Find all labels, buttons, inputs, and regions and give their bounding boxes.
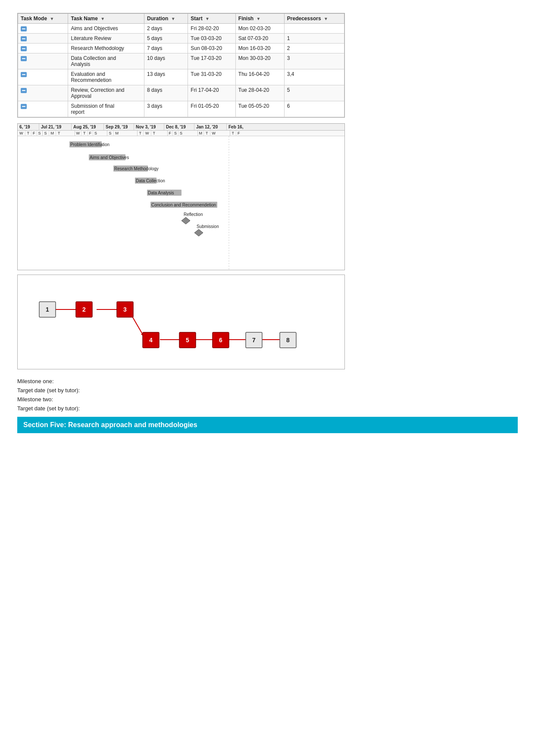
col-header-task-mode[interactable]: Task Mode ▼: [18, 14, 68, 24]
svg-marker-12: [181, 217, 190, 224]
finish-cell: Tue 28-04-20: [235, 85, 284, 101]
finish-cell: Sat 07-03-20: [235, 34, 284, 44]
timeline-section-6: Dec 8, '19: [164, 124, 194, 130]
svg-text:5: 5: [186, 337, 189, 344]
task-mode-cell: [18, 85, 68, 101]
day-f6: F: [168, 131, 173, 136]
day-group-5: T W T: [138, 131, 168, 136]
finish-cell: Thu 16-04-20: [235, 69, 284, 85]
svg-text:7: 7: [252, 337, 256, 344]
finish-cell: Tue 05-05-20: [235, 101, 284, 117]
svg-marker-14: [194, 229, 203, 236]
svg-text:Research Methodology: Research Methodology: [114, 166, 159, 171]
svg-line-21: [132, 316, 143, 334]
duration-cell: 3 days: [144, 101, 188, 117]
gantt-chart: 6, '19 Jul 21, '19 Aug 25, '19 Sep 29, '…: [17, 123, 345, 270]
duration-cell: 7 days: [144, 44, 188, 53]
task-mode-cell: [18, 34, 68, 44]
table-row: Research Methodology7 daysSun 08-03-20Mo…: [18, 44, 344, 53]
col-header-duration[interactable]: Duration ▼: [144, 14, 188, 24]
gantt-bars-area: Problem Identifiation Aims and Objective…: [18, 136, 344, 270]
svg-text:3: 3: [123, 306, 127, 313]
predecessors-cell: [284, 24, 344, 34]
day-t1: T: [25, 131, 32, 136]
svg-text:Problem Identifiation: Problem Identifiation: [70, 142, 110, 147]
task-mode-sort-arrow: ▼: [50, 16, 54, 21]
day-group-8: T F: [230, 131, 256, 136]
table-row: Data Collection and Analysis10 daysTue 1…: [18, 53, 344, 69]
start-cell: Fri 01-05-20: [188, 101, 235, 117]
target-date-two-label: Target date (set by tutor):: [17, 405, 518, 412]
day-s6a: S: [173, 131, 178, 136]
timeline-header: 6, '19 Jul 21, '19 Aug 25, '19 Sep 29, '…: [18, 124, 344, 131]
predecessors-cell: 1: [284, 34, 344, 44]
task-mode-cell: [18, 44, 68, 53]
task-name-cell: Review, Correction and Approval: [68, 85, 144, 101]
finish-cell: Mon 02-03-20: [235, 24, 284, 34]
start-cell: Fri 17-04-20: [188, 85, 235, 101]
task-mode-cell: [18, 69, 68, 85]
milestone-two-label: Milestone two:: [17, 396, 518, 403]
day-s6b: S: [178, 131, 184, 136]
day-s1: S: [37, 131, 42, 136]
svg-text:2: 2: [82, 306, 86, 313]
task-name-cell: Evaluation and Recommendetion: [68, 69, 144, 85]
day-s2: S: [43, 131, 49, 136]
task-name-cell: Data Collection and Analysis: [68, 53, 144, 69]
start-cell: Fri 28-02-20: [188, 24, 235, 34]
section-five-title: Section Five: Research approach and meth…: [23, 421, 197, 428]
day-s3: S: [93, 131, 98, 136]
section-five-banner: Section Five: Research approach and meth…: [17, 417, 518, 433]
col-header-task-name[interactable]: Task Name ▼: [68, 14, 144, 24]
timeline-section-4: Sep 29, '19: [104, 124, 134, 130]
task-name-cell: Submission of final report: [68, 101, 144, 117]
table-row: Submission of final report3 daysFri 01-0…: [18, 101, 344, 117]
day-group-7: M T W: [198, 131, 230, 136]
day-t2: T: [56, 131, 62, 136]
timeline-section-3: Aug 25, '19: [72, 124, 104, 130]
task-mode-cell: [18, 24, 68, 34]
timeline-section-5: Nov 3, '19: [134, 124, 164, 130]
start-sort-arrow: ▼: [205, 16, 210, 21]
day-group-2: S M T: [43, 131, 75, 136]
col-header-finish[interactable]: Finish ▼: [235, 14, 284, 24]
duration-cell: 13 days: [144, 69, 188, 85]
col-header-predecessors[interactable]: Predecessors ▼: [284, 14, 344, 24]
predecessors-cell: 2: [284, 44, 344, 53]
day-f1: F: [31, 131, 37, 136]
day-row: W T F S S M T W T F S S M T W: [18, 131, 344, 136]
start-cell: Tue 17-03-20: [188, 53, 235, 69]
day-m1: M: [49, 131, 56, 136]
finish-cell: Mon 16-03-20: [235, 44, 284, 53]
day-w3: W: [75, 131, 82, 136]
day-m4: M: [114, 131, 121, 136]
svg-text:Data Collection: Data Collection: [136, 178, 165, 183]
day-w7: W: [210, 131, 218, 136]
task-name-cell: Literature Review: [68, 34, 144, 44]
svg-text:Conclusion and Recommendetion: Conclusion and Recommendetion: [151, 203, 216, 207]
day-group-4: S M: [107, 131, 138, 136]
day-w: W: [18, 131, 25, 136]
duration-cell: 2 days: [144, 24, 188, 34]
duration-cell: 8 days: [144, 85, 188, 101]
timeline-section-7: Jan 12, '20: [194, 124, 227, 130]
svg-text:Submission: Submission: [197, 224, 219, 229]
svg-text:6: 6: [219, 337, 222, 344]
col-header-start[interactable]: Start ▼: [188, 14, 235, 24]
duration-sort-arrow: ▼: [171, 16, 175, 21]
start-cell: Tue 03-03-20: [188, 34, 235, 44]
timeline-section-8: Feb 16,: [227, 124, 253, 130]
svg-text:8: 8: [286, 337, 290, 344]
day-t3: T: [81, 131, 88, 136]
svg-text:Data Analysis: Data Analysis: [148, 191, 174, 195]
svg-text:Aims and Objectives: Aims and Objectives: [90, 155, 129, 160]
predecessors-cell: 3,4: [284, 69, 344, 85]
predecessors-cell: 3: [284, 53, 344, 69]
gantt-table-container: Task Mode ▼ Task Name ▼ Duration ▼ Start…: [17, 13, 345, 118]
day-group-3: W T F S: [75, 131, 107, 136]
duration-cell: 5 days: [144, 34, 188, 44]
day-t8: T: [230, 131, 237, 136]
day-w5: W: [144, 131, 151, 136]
task-mode-cell: [18, 53, 68, 69]
svg-text:4: 4: [149, 337, 153, 344]
